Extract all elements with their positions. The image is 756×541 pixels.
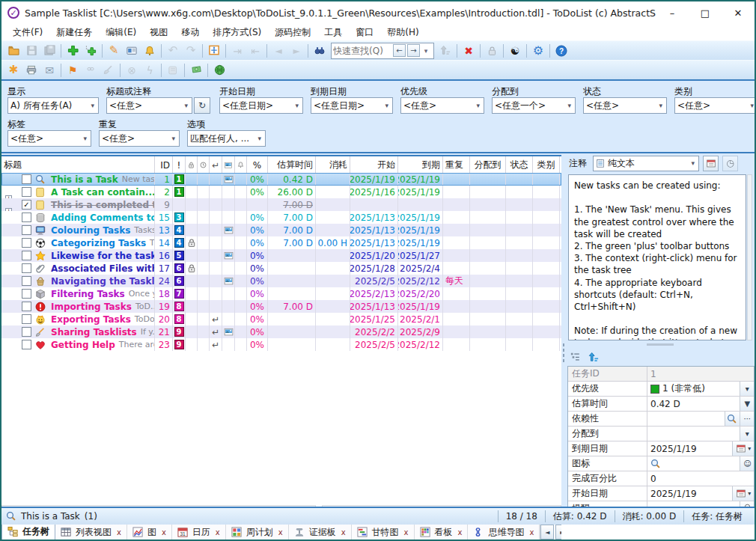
- comments-splitter[interactable]: [647, 343, 674, 346]
- web-updates-icon[interactable]: [210, 62, 228, 79]
- send-email-icon[interactable]: ✉: [40, 62, 58, 79]
- attribute-row[interactable]: 依赖性⋯: [568, 412, 755, 427]
- close-tab-icon[interactable]: x: [529, 528, 534, 537]
- ellipsis-button[interactable]: ⋯: [740, 412, 755, 426]
- filter-start-date-dropdown[interactable]: <任意日期>▾: [219, 97, 303, 114]
- maximise-tasklist-icon[interactable]: [205, 43, 223, 59]
- task-checkbox[interactable]: [22, 238, 31, 248]
- table-row[interactable]: Sharing TasklistsIf y...219↵0%2025/2/220…: [1, 325, 561, 338]
- calendar-icon[interactable]: ▾: [732, 486, 755, 501]
- undo-icon[interactable]: ↶: [164, 43, 182, 59]
- chevron-down-icon[interactable]: ▾: [740, 382, 755, 396]
- attribute-row[interactable]: 开始日期2025/1/19▾: [568, 486, 755, 501]
- prev-task-icon[interactable]: ◄: [269, 43, 287, 59]
- quick-find-input[interactable]: [333, 44, 391, 58]
- spinner-icon[interactable]: ▼: [740, 397, 755, 411]
- filter-recurrence-dropdown[interactable]: <任意>▾: [99, 130, 180, 147]
- filter-status-dropdown[interactable]: <任意>▾: [583, 97, 667, 114]
- task-checkbox[interactable]: [22, 289, 31, 299]
- close-tab-icon[interactable]: x: [341, 528, 346, 537]
- new-subtask-icon[interactable]: [82, 43, 100, 59]
- table-row[interactable]: Getting HelpThere are...239↵0%2025/2/520…: [1, 338, 561, 351]
- table-row[interactable]: This is a TaskNew tas...110%0.42 D2025/1…: [1, 173, 561, 186]
- sort-attributes-icon[interactable]: [588, 352, 600, 363]
- close-tab-icon[interactable]: x: [404, 528, 409, 537]
- chevron-down-icon[interactable]: ▾: [740, 427, 755, 441]
- find-icon[interactable]: [725, 412, 740, 426]
- save-all-icon[interactable]: [40, 43, 58, 59]
- filter-tags-dropdown[interactable]: <任意>▾: [7, 130, 91, 147]
- column-header-status[interactable]: 状态: [506, 156, 533, 174]
- tab-scroll-right-icon[interactable]: ►: [555, 525, 561, 540]
- filter-priority-dropdown[interactable]: <任意>▾: [400, 97, 484, 114]
- attribute-value[interactable]: 1 (非常低): [647, 382, 740, 396]
- attribute-value[interactable]: 0.42 D: [647, 397, 740, 411]
- donate-icon[interactable]: [187, 62, 205, 79]
- table-row[interactable]: Exporting TasksToDo...208↵0%2025/1/25202…: [1, 313, 561, 325]
- close-tab-icon[interactable]: x: [278, 528, 283, 537]
- print-icon[interactable]: [22, 62, 40, 79]
- task-checkbox[interactable]: [22, 263, 31, 273]
- attribute-row[interactable]: 分配到▾: [568, 427, 755, 441]
- column-header-recurflag[interactable]: ↵: [210, 156, 222, 174]
- column-header-cat[interactable]: 类别: [533, 156, 560, 174]
- maximize-button[interactable]: □: [689, 1, 722, 24]
- find-tasks-icon[interactable]: [311, 43, 329, 59]
- preferences-icon[interactable]: ⚙: [529, 43, 547, 59]
- task-checkbox[interactable]: [22, 314, 31, 324]
- cleanup-icon[interactable]: [100, 62, 118, 79]
- open-tasklist-icon[interactable]: [4, 43, 22, 59]
- column-header-due[interactable]: 到期: [398, 156, 443, 174]
- task-checkbox[interactable]: [22, 276, 31, 286]
- table-row[interactable]: Colouring TasksTasks...1340%7.00 D2025/1…: [1, 224, 561, 236]
- column-header-clock[interactable]: [198, 156, 210, 174]
- attribute-value[interactable]: 1: [647, 367, 755, 381]
- table-row[interactable]: Associated Files with T...1760%2025/1/28…: [1, 262, 561, 275]
- column-header-title[interactable]: 标题: [1, 156, 155, 174]
- find-next-icon[interactable]: →: [407, 44, 420, 57]
- next-task-icon[interactable]: ►: [287, 43, 305, 59]
- menu-item-0[interactable]: 文件(F): [6, 25, 49, 40]
- task-comments-box[interactable]: New tasks can be created using: 1. The '…: [568, 174, 746, 340]
- filter-refresh-icon[interactable]: ↻: [194, 97, 210, 114]
- menu-item-3[interactable]: 视图: [143, 25, 174, 40]
- task-checkbox[interactable]: [22, 327, 31, 337]
- close-tab-icon[interactable]: x: [216, 528, 220, 537]
- calendar-icon[interactable]: ▾: [732, 441, 755, 456]
- delete-task-icon[interactable]: ✖: [460, 43, 478, 59]
- menu-item-8[interactable]: 窗口: [349, 25, 380, 40]
- filter-show-dropdown[interactable]: A) 所有任务(A)▾: [7, 97, 99, 114]
- menu-item-5[interactable]: 排序方式(S): [206, 25, 268, 40]
- attribute-row[interactable]: 估算时间0.42 D▼: [568, 397, 755, 412]
- find-prev-icon[interactable]: ←: [393, 44, 406, 57]
- minimize-button[interactable]: –: [656, 1, 689, 24]
- task-checkbox[interactable]: [22, 213, 31, 222]
- attribute-value[interactable]: [647, 427, 740, 441]
- column-header-pri[interactable]: !: [173, 156, 186, 174]
- outdent-task-icon[interactable]: ⇤: [246, 43, 264, 59]
- filter-options-dropdown[interactable]: 匹配任何人, ...▾: [187, 130, 266, 147]
- attribute-value[interactable]: 2025/1/19: [647, 486, 732, 501]
- close-tab-icon[interactable]: x: [162, 528, 166, 537]
- column-header-start[interactable]: 开始: [350, 156, 398, 174]
- column-header-assign[interactable]: 分配到: [470, 156, 506, 174]
- menu-item-6[interactable]: 源码控制: [268, 25, 317, 40]
- task-checkbox[interactable]: [22, 187, 31, 197]
- close-button[interactable]: ✕: [722, 1, 755, 24]
- flag-task-icon[interactable]: ⚑: [64, 62, 82, 79]
- attribute-value[interactable]: 2025/1/19: [647, 441, 732, 456]
- run-plugin-icon[interactable]: ϟ: [141, 62, 159, 79]
- group-attributes-icon[interactable]: [570, 352, 581, 362]
- tab-scroll-left-icon[interactable]: ◄: [540, 525, 554, 540]
- attribute-value[interactable]: [647, 412, 725, 426]
- indent-task-icon[interactable]: ⇥: [228, 43, 246, 59]
- filter-due-date-dropdown[interactable]: <任意日期>▾: [311, 97, 393, 114]
- table-row[interactable]: Navigating the Tasklist2460%2025/2/52025…: [1, 275, 561, 287]
- save-tasklist-icon[interactable]: [22, 43, 40, 59]
- filter-title-or-comment-dropdown[interactable]: <任意>▾: [106, 97, 192, 114]
- task-checkbox[interactable]: [22, 225, 31, 235]
- column-header-lock[interactable]: [186, 156, 198, 174]
- table-row[interactable]: Adding Comments to T...1530%7.00 D2025/1…: [1, 211, 561, 224]
- filter-category-dropdown[interactable]: <任意>▾: [674, 97, 756, 114]
- smiley-icon[interactable]: ☺: [740, 456, 755, 471]
